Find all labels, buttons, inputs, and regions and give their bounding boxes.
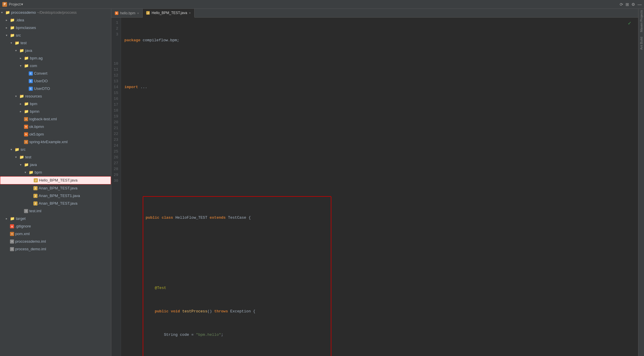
pom-label: pom.xml xyxy=(15,231,30,237)
sidebar-item-bpmn[interactable]: 📁 bpmn xyxy=(0,108,111,115)
sidebar-item-test[interactable]: 📁 test xyxy=(0,39,111,47)
tabs-bar: b hello.bpm × J Hello_BPM_TEST.java × xyxy=(111,9,638,18)
root-path: ~/Desktop/code/proccess xyxy=(37,9,77,16)
com-icon: 📁 xyxy=(24,64,29,68)
src-label: src xyxy=(16,32,21,39)
title-bar-icons: ⟳ ⊞ ⚙ — xyxy=(620,2,642,7)
sidebar-item-com[interactable]: 📁 com xyxy=(0,62,111,70)
maven-projects-label[interactable]: Maven Projects xyxy=(640,10,643,32)
test-iml-label: test.iml xyxy=(29,208,41,214)
test-iml-icon: i xyxy=(24,209,28,213)
idea-label: .idea xyxy=(16,17,24,23)
test-icon: 📁 xyxy=(15,41,19,45)
dropdown-arrow: ▾ xyxy=(21,2,23,6)
resources-arrow xyxy=(15,93,19,100)
gear-icon[interactable]: ⚙ xyxy=(631,2,635,7)
com-arrow xyxy=(20,63,24,69)
target-arrow xyxy=(6,215,10,222)
sidebar-item-pom[interactable]: x pom.xml xyxy=(0,230,111,238)
sidebar-item-userdo[interactable]: C UserDO xyxy=(0,77,111,85)
anan-bpm-test1-icon: J xyxy=(33,194,38,198)
sidebar-item-userdto[interactable]: C UserDTO xyxy=(0,85,111,93)
ok5-bpm-label: ok5.bpm xyxy=(29,131,44,138)
tab-hello-bpm-test-close[interactable]: × xyxy=(189,11,191,15)
sidebar-item-test-iml[interactable]: i test.iml xyxy=(0,207,111,215)
anan-bpm-test-icon: J xyxy=(33,186,38,190)
code-line-5 xyxy=(125,125,635,131)
spring-ktv-icon: x xyxy=(24,140,28,144)
sidebar-item-java[interactable]: 📁 java xyxy=(0,47,111,54)
logback-icon: x xyxy=(24,117,28,121)
bpm-label: bpm xyxy=(30,101,37,107)
sidebar-item-bpm2[interactable]: 📁 bpm xyxy=(0,169,111,176)
line-numbers: 1 2 3 10 11 12 13 14 15 16 17 18 19 20 2… xyxy=(111,18,121,356)
sidebar-item-spring-ktv[interactable]: x spring-ktvExample.xml xyxy=(0,138,111,146)
hello-bpm-tab-icon: b xyxy=(115,11,118,15)
java-icon: 📁 xyxy=(19,48,24,53)
bpmclasses-arrow xyxy=(6,25,10,31)
sidebar-item-anan-bpm-test-b[interactable]: J Anan_BPM_TEST.java xyxy=(0,200,111,207)
ant-build-label[interactable]: Ant Build xyxy=(640,37,643,50)
sidebar: 📁 proccessdemo ~/Desktop/code/proccess 📁… xyxy=(0,9,111,356)
sidebar-item-src2[interactable]: 📁 src xyxy=(0,146,111,153)
project-dropdown[interactable]: Project ▾ xyxy=(9,2,23,6)
src2-arrow xyxy=(11,146,15,153)
userdo-label: UserDO xyxy=(34,78,48,84)
gitignore-icon: g xyxy=(10,224,14,228)
code-line-6 xyxy=(125,143,635,149)
root-folder-icon: 📁 xyxy=(5,10,10,15)
sidebar-item-hello-bpm-test[interactable]: J Hello_BPM_TEST.java xyxy=(0,176,111,184)
sidebar-item-src[interactable]: 📁 src xyxy=(0,32,111,39)
main-layout: 📁 proccessdemo ~/Desktop/code/proccess 📁… xyxy=(0,9,644,356)
code-line-15: public void testProcess() throws Excepti… xyxy=(146,309,328,314)
tab-hello-bpm[interactable]: b hello.bpm × xyxy=(111,9,143,17)
java2-arrow xyxy=(20,162,24,168)
sidebar-item-proccessdemo-iml[interactable]: i proccessdemo.iml xyxy=(0,238,111,245)
sidebar-item-gitignore[interactable]: g .gitignore xyxy=(0,222,111,230)
ok-bpmn-label: ok.bpmn xyxy=(29,124,44,130)
sidebar-root[interactable]: 📁 proccessdemo ~/Desktop/code/proccess xyxy=(0,9,111,16)
sidebar-item-bpm[interactable]: 📁 bpm xyxy=(0,100,111,108)
anan-bpm-test-b-icon: J xyxy=(33,201,38,206)
code-editor[interactable]: 1 2 3 10 11 12 13 14 15 16 17 18 19 20 2… xyxy=(111,18,638,356)
sidebar-item-anan-bpm-test1[interactable]: J Anan_BPM_TEST1.java xyxy=(0,192,111,200)
tab-hello-bpm-test-label: Hello_BPM_TEST.java xyxy=(151,11,187,15)
sidebar-item-convert[interactable]: C Convert xyxy=(0,70,111,77)
code-line-4 xyxy=(125,108,635,114)
bpmn-arrow xyxy=(20,108,24,115)
sidebar-item-ok5-bpm[interactable]: b ok5.bpm xyxy=(0,131,111,138)
sidebar-item-resources[interactable]: 📁 resources xyxy=(0,93,111,100)
minimize-icon[interactable]: — xyxy=(638,2,642,7)
logback-label: logback-test.xml xyxy=(29,116,57,122)
test2-arrow xyxy=(15,154,19,160)
tab-hello-bpm-close[interactable]: × xyxy=(137,11,139,15)
tab-hello-bpm-test[interactable]: J Hello_BPM_TEST.java × xyxy=(143,9,195,18)
sidebar-item-idea[interactable]: 📁 .idea xyxy=(0,16,111,24)
sidebar-item-bpm-ag[interactable]: 📁 bpm.ag xyxy=(0,54,111,62)
bpm2-label: bpm xyxy=(35,169,42,176)
project-icon: P xyxy=(2,2,7,7)
resources-icon: 📁 xyxy=(19,94,24,99)
convert-icon: C xyxy=(29,71,33,76)
right-sidebar: Maven Projects Ant Build xyxy=(638,9,644,356)
sidebar-item-logback[interactable]: x logback-test.xml xyxy=(0,115,111,123)
sidebar-item-test2[interactable]: 📁 test xyxy=(0,153,111,161)
hello-bpm-test-icon: J xyxy=(34,178,38,182)
test-arrow xyxy=(11,40,15,46)
bpm2-arrow xyxy=(25,169,29,176)
hello-bpm-test-label: Hello_BPM_TEST.java xyxy=(39,177,78,184)
code-content: package compileflow.bpm; import ... publ… xyxy=(121,18,638,356)
anan-bpm-test-b-label: Anan_BPM_TEST.java xyxy=(39,200,77,207)
sidebar-item-java2[interactable]: 📁 java xyxy=(0,161,111,169)
sidebar-item-target[interactable]: 📁 target xyxy=(0,215,111,222)
settings-icon[interactable]: ⊞ xyxy=(626,2,629,7)
sync-icon[interactable]: ⟳ xyxy=(620,2,623,7)
sidebar-item-bpmclasses[interactable]: 📁 bpmclasses xyxy=(0,24,111,32)
sidebar-item-anan-bpm-test[interactable]: J Anan_BPM_TEST.java xyxy=(0,184,111,192)
spring-ktv-label: spring-ktvExample.xml xyxy=(29,139,68,145)
sidebar-item-ok-bpmn[interactable]: b ok.bpmn xyxy=(0,123,111,131)
bpm-ag-arrow xyxy=(20,55,24,61)
test-label: test xyxy=(21,40,27,46)
src2-label: src xyxy=(21,146,25,153)
sidebar-item-process-demo-iml[interactable]: i process_demo.iml xyxy=(0,245,111,253)
